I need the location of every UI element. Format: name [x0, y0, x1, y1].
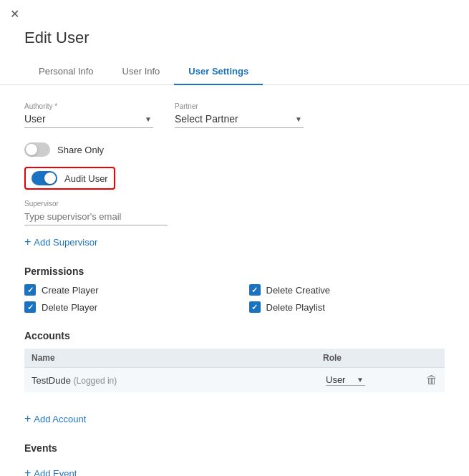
- add-account-button[interactable]: + Add Account: [24, 412, 86, 425]
- add-supervisor-plus-icon: +: [24, 235, 31, 248]
- permission-create-player: ✓ Create Player: [24, 284, 221, 296]
- tabs-bar: Personal Info User Info User Settings: [0, 59, 469, 85]
- role-select-wrapper[interactable]: User Admin ▼: [326, 374, 365, 386]
- accounts-role-header: Role: [323, 353, 437, 363]
- logged-in-text: (Logged in): [74, 376, 117, 386]
- audit-user-toggle[interactable]: [32, 171, 57, 185]
- permissions-title: Permissions: [24, 266, 445, 277]
- add-account-label: Add Account: [34, 414, 86, 424]
- authority-partner-row: Authority * User Admin ▼ Partner Select …: [24, 102, 445, 128]
- account-name: TestDude: [32, 375, 71, 386]
- tab-personal-info[interactable]: Personal Info: [24, 59, 108, 85]
- share-only-toggle[interactable]: [24, 142, 50, 157]
- events-section: Events + Add Event: [24, 442, 445, 476]
- audit-user-label: Audit User: [64, 173, 108, 184]
- add-supervisor-button[interactable]: + Add Supervisor: [24, 235, 97, 248]
- audit-user-toggle-knob: [44, 173, 56, 184]
- add-account-plus-icon: +: [24, 412, 31, 425]
- accounts-name-header: Name: [32, 353, 323, 363]
- partner-label: Partner: [175, 102, 304, 110]
- delete-playlist-label: Delete Playlist: [266, 302, 325, 313]
- add-event-label: Add Event: [34, 468, 77, 477]
- partner-group: Partner Select Partner ▼: [175, 102, 304, 128]
- table-row: TestDude (Logged in) User Admin ▼ 🗑: [24, 367, 445, 392]
- audit-user-row: Audit User: [24, 167, 115, 190]
- add-supervisor-label: Add Supervisor: [34, 237, 97, 248]
- accounts-section: Accounts Name Role TestDude (Logged in) …: [24, 330, 445, 392]
- supervisor-section: Supervisor: [24, 200, 445, 225]
- permission-delete-creative: ✓ Delete Creative: [249, 284, 445, 296]
- permission-delete-player: ✓ Delete Player: [24, 301, 221, 313]
- role-select[interactable]: User Admin: [326, 374, 365, 385]
- account-name-cell: TestDude (Logged in): [32, 375, 326, 386]
- partner-select-wrapper[interactable]: Select Partner ▼: [175, 113, 304, 128]
- account-role-cell: User Admin ▼: [326, 374, 426, 386]
- create-player-checkbox[interactable]: ✓: [24, 284, 36, 296]
- share-only-row: Share Only: [24, 142, 445, 157]
- accounts-table-header: Name Role: [24, 349, 445, 367]
- delete-account-icon[interactable]: 🗑: [426, 374, 437, 387]
- authority-group: Authority * User Admin ▼: [24, 102, 153, 128]
- share-only-label: Share Only: [57, 145, 104, 155]
- close-button[interactable]: ✕: [10, 9, 19, 20]
- add-event-button[interactable]: + Add Event: [24, 467, 77, 476]
- authority-select-wrapper[interactable]: User Admin ▼: [24, 113, 153, 128]
- delete-creative-checkbox[interactable]: ✓: [249, 284, 261, 296]
- authority-select[interactable]: User Admin: [24, 113, 153, 125]
- create-player-label: Create Player: [42, 285, 98, 296]
- partner-select[interactable]: Select Partner: [175, 113, 304, 125]
- delete-creative-label: Delete Creative: [266, 285, 331, 296]
- content-area: Authority * User Admin ▼ Partner Select …: [0, 85, 469, 476]
- events-title: Events: [24, 442, 445, 454]
- supervisor-label: Supervisor: [24, 200, 445, 208]
- permission-delete-playlist: ✓ Delete Playlist: [249, 301, 445, 313]
- delete-playlist-checkbox[interactable]: ✓: [249, 301, 261, 313]
- tab-user-settings[interactable]: User Settings: [174, 59, 263, 85]
- delete-player-label: Delete Player: [42, 302, 97, 313]
- tab-user-info[interactable]: User Info: [108, 59, 175, 85]
- share-only-toggle-knob: [26, 144, 37, 155]
- accounts-title: Accounts: [24, 330, 445, 341]
- authority-label: Authority *: [24, 102, 153, 110]
- permissions-grid: ✓ Create Player ✓ Delete Creative ✓ Dele…: [24, 284, 445, 313]
- delete-player-checkbox[interactable]: ✓: [24, 301, 36, 313]
- supervisor-email-input[interactable]: [24, 211, 168, 225]
- page-title: Edit User: [0, 0, 469, 59]
- add-event-plus-icon: +: [24, 467, 31, 476]
